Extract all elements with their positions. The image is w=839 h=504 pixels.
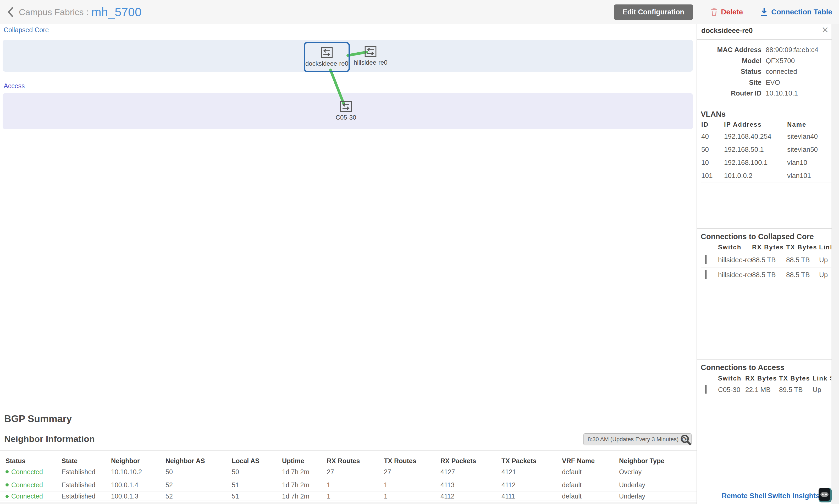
node-hillsidee-re0[interactable]: hillsidee-re0 [348, 46, 393, 66]
bgp-table-row: Connected Established 10.10.10.2 50 50 1… [0, 466, 697, 478]
vlan-name: vlan101 [787, 172, 832, 180]
node-label: C05-30 [336, 114, 356, 121]
column-header: RX Packets [440, 457, 502, 465]
connection-rx: 88.5 TB [752, 256, 786, 264]
vlan-name: vlan10 [787, 159, 832, 167]
column-header: Switch [718, 375, 745, 382]
connection-tx: 88.5 TB [786, 256, 819, 264]
connection-row[interactable]: C05-30 22.1 MB 89.5 TB Up [701, 384, 832, 396]
vlans-title: VLANs [701, 110, 726, 119]
connection-switch: hillsidee-re0 [718, 271, 752, 279]
core-connections-title: Connections to Collapsed Core [701, 232, 814, 241]
trash-icon [711, 8, 718, 16]
detail-label: Router ID [701, 88, 762, 99]
expand-chevron-icon[interactable] [705, 255, 706, 264]
vlan-row: 50 192.168.50.1 sitevlan50 [701, 143, 832, 156]
connection-row[interactable]: hillsidee-re0 88.5 TB 88.5 TB Up [701, 267, 832, 282]
panel-footer-divider [697, 487, 839, 487]
switch-icon [340, 101, 352, 112]
back-chevron-icon [7, 7, 14, 17]
column-header: VRF Name [562, 457, 619, 465]
column-header: TX Routes [384, 457, 440, 465]
search-icon [680, 434, 691, 445]
connections-header-row: Switch RX Bytes TX Bytes Link St [701, 373, 832, 384]
column-header: State [62, 457, 111, 465]
column-header: Link St [812, 375, 832, 382]
node-label: hillsidee-re0 [353, 59, 387, 66]
vlan-ip: 192.168.50.1 [724, 145, 787, 154]
topology-links-layer [0, 0, 697, 162]
column-header: ID [701, 121, 724, 128]
column-header: TX Packets [502, 457, 562, 465]
bgp-table-row: Connected Established 100.0.1.4 52 51 1d… [0, 479, 697, 491]
switch-icon [321, 47, 333, 58]
connection-link-status: Up [819, 271, 832, 279]
vlan-row: 40 192.168.40.254 sitevlan40 [701, 130, 832, 143]
bgp-table-row: Connected Established 100.0.1.3 52 51 1d… [0, 492, 697, 501]
column-header: Switch [718, 244, 752, 251]
breadcrumb: Campus Fabrics : [19, 7, 88, 17]
column-header: IP Address [724, 121, 787, 128]
close-icon[interactable]: × [822, 24, 828, 36]
bgp-summary-title: BGP Summary [4, 413, 72, 425]
vlan-row: 10 192.168.100.1 vlan10 [701, 156, 832, 169]
vlan-name: sitevlan50 [787, 145, 832, 154]
expand-chevron-icon[interactable] [705, 270, 706, 279]
detail-value: QFX5700 [766, 55, 828, 67]
collapsed-core-section-label: Collapsed Core [4, 26, 49, 34]
column-header: Neighbor [111, 457, 165, 465]
switch-insights-link[interactable]: Switch Insights [768, 492, 820, 500]
vlans-table: ID IP Address Name 40 192.168.40.254 sit… [701, 119, 832, 182]
detail-value: connected [766, 66, 828, 77]
panel-divider [697, 39, 832, 40]
switch-icon [365, 46, 377, 57]
delete-button[interactable]: Delete [711, 8, 743, 16]
panel-divider [697, 228, 832, 229]
detail-label: Site [701, 77, 762, 88]
time-range-selector[interactable]: 8:30 AM (Updates Every 3 Minutes) ⟳ [583, 433, 692, 445]
connection-tx: 89.5 TB [779, 386, 812, 394]
column-header: Link [819, 244, 832, 251]
detail-value: EVO [766, 77, 828, 88]
status-cell: Connected [5, 492, 62, 500]
neighbor-information-title: Neighbor Information [4, 434, 95, 444]
top-bar: Campus Fabrics : mh_5700 Edit Configurat… [0, 0, 839, 24]
node-docksideee-re0[interactable]: docksideee-re0 [304, 42, 350, 72]
access-section-label: Access [4, 82, 25, 90]
search-button[interactable] [680, 434, 691, 446]
expand-chevron-icon[interactable] [705, 385, 706, 394]
vlan-id: 50 [701, 145, 724, 154]
vlan-id: 10 [701, 159, 724, 167]
access-connections-title: Connections to Access [701, 363, 785, 372]
access-connections-table: Switch RX Bytes TX Bytes Link St C05-30 … [701, 373, 832, 396]
node-c05-30[interactable]: C05-30 [329, 101, 363, 121]
column-header: RX Routes [327, 457, 384, 465]
vlan-row: 101 101.0.0.2 vlan101 [701, 169, 832, 182]
device-details: MAC Address 88:90:09:fa:eb:c4 Model QFX5… [701, 44, 828, 99]
panel-left-border [697, 24, 697, 504]
vlan-id: 40 [701, 132, 724, 141]
detail-value: 10.10.10.1 [766, 88, 828, 99]
column-header: Local AS [232, 457, 282, 465]
vlan-ip: 192.168.100.1 [724, 159, 787, 167]
right-panel-scrollbar[interactable] [832, 24, 839, 504]
column-header: Name [787, 121, 832, 128]
assistant-bot-icon[interactable] [819, 488, 832, 502]
connected-dot-icon [5, 483, 8, 486]
vlan-name: sitevlan40 [787, 132, 832, 141]
connection-link-status: Up [812, 386, 832, 394]
connection-table-label: Connection Table [771, 8, 832, 16]
detail-value: 88:90:09:fa:eb:c4 [766, 44, 828, 55]
remote-shell-link[interactable]: Remote Shell [722, 492, 767, 500]
column-header: Status [5, 457, 62, 465]
node-label: docksideee-re0 [305, 60, 348, 67]
panel-divider [697, 359, 832, 360]
robot-face [819, 488, 830, 501]
vlan-ip: 101.0.0.2 [724, 172, 787, 180]
back-button[interactable] [7, 7, 14, 17]
connection-row[interactable]: hillsidee-re0 88.5 TB 88.5 TB Up [701, 253, 832, 267]
connections-header-row: Switch RX Bytes TX Bytes Link [701, 242, 832, 253]
connection-table-button[interactable]: Connection Table [760, 7, 832, 17]
edit-configuration-button[interactable]: Edit Configuration [614, 4, 693, 20]
vlan-id: 101 [701, 172, 724, 180]
